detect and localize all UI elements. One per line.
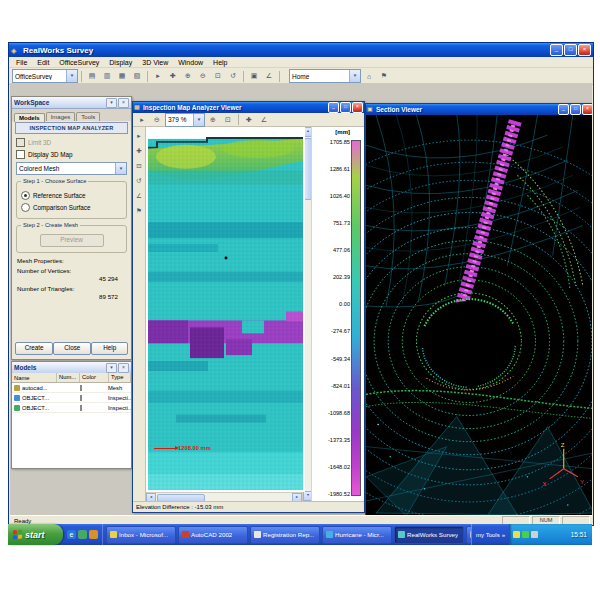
column-name[interactable]: Name	[12, 373, 57, 382]
zoom-out-icon[interactable]: ⊖	[196, 69, 210, 83]
pan-icon[interactable]: ✚	[166, 69, 180, 83]
measure-icon[interactable]: ∠	[257, 113, 271, 127]
minimize-icon[interactable]: _	[550, 44, 563, 56]
zoom-in-icon[interactable]: ⊕	[206, 113, 220, 127]
comparison-surface-radio[interactable]	[21, 203, 30, 212]
save-icon[interactable]: ▥	[100, 69, 114, 83]
menu-display[interactable]: Display	[104, 59, 137, 66]
grid-icon[interactable]: ▦	[115, 69, 129, 83]
rotate-icon[interactable]: ↺	[133, 174, 146, 187]
select-icon[interactable]: ▸	[151, 69, 165, 83]
measure-icon[interactable]: ∠	[133, 189, 146, 202]
reference-surface-row: Reference Surface	[21, 191, 122, 200]
zoom-in-icon[interactable]: ⊕	[181, 69, 195, 83]
task-button-registration[interactable]: Registration Rep...	[250, 526, 320, 544]
zoom-fit-icon[interactable]: ⊡	[221, 113, 235, 127]
app-icon: ◈	[11, 46, 20, 55]
overflow-icon[interactable]: »	[502, 532, 505, 538]
close-button[interactable]: Close	[53, 342, 91, 355]
reference-surface-radio[interactable]	[21, 191, 30, 200]
help-button[interactable]: Help	[91, 342, 128, 355]
close-icon[interactable]: ×	[118, 363, 129, 373]
layers-icon[interactable]: ▧	[130, 69, 144, 83]
minimize-icon[interactable]: _	[328, 102, 339, 113]
open-icon[interactable]: ▤	[85, 69, 99, 83]
screenshot-canvas: ◈ RealWorks Survey _ □ × File Edit Offic…	[0, 0, 600, 600]
model-name: autocad...	[22, 385, 47, 391]
menu-officesurvey[interactable]: OfficeSurvey	[54, 59, 104, 66]
mail-icon[interactable]	[89, 530, 98, 539]
browser-icon[interactable]: e	[67, 530, 76, 539]
flag-icon[interactable]: ⚑	[377, 69, 391, 83]
column-color[interactable]: Color	[80, 373, 109, 382]
menu-file[interactable]: File	[11, 59, 32, 66]
horizontal-scrollbar[interactable]: ◄ ►	[146, 492, 302, 501]
pan-icon[interactable]: ✚	[242, 113, 256, 127]
preview-button[interactable]: Preview	[40, 234, 104, 247]
zoom-combo[interactable]: 379 % ▼	[165, 113, 205, 127]
chevron-down-icon[interactable]: ▼	[349, 70, 360, 82]
table-row[interactable]: OBJECT... Inspecti...	[12, 393, 131, 403]
chevron-down-icon[interactable]: ▼	[66, 70, 77, 82]
zoom-out-icon[interactable]: ⊖	[150, 113, 164, 127]
step1-title: Step 1 - Choose Surface	[21, 178, 88, 184]
chevron-down-icon[interactable]: ▼	[115, 163, 126, 174]
minimize-icon[interactable]: _	[558, 104, 569, 115]
section-3d-canvas[interactable]: Z X Y	[366, 115, 592, 515]
close-icon[interactable]: ×	[352, 102, 363, 113]
create-button[interactable]: Create	[15, 342, 53, 355]
camera-icon[interactable]: ▣	[247, 69, 261, 83]
view-combo[interactable]: Home ▼	[289, 69, 361, 83]
inspection-map-canvas[interactable]: 1208.00 mm	[146, 127, 305, 492]
maximize-icon[interactable]: □	[340, 102, 351, 113]
task-button-autocad[interactable]: AutoCAD 2002	[178, 526, 248, 544]
tray-status-icon[interactable]	[513, 531, 520, 538]
tray-volume-icon[interactable]	[531, 531, 538, 538]
maximize-icon[interactable]: □	[570, 104, 581, 115]
menu-3dview[interactable]: 3D View	[137, 59, 173, 66]
task-label: RealWorks Survey	[407, 531, 458, 538]
task-button-hurricane[interactable]: Hurricane - Micr...	[322, 526, 392, 544]
task-label: Inbox - Microsof...	[119, 531, 168, 538]
select-icon[interactable]: ▸	[135, 113, 149, 127]
display-3d-map-checkbox[interactable]	[16, 150, 25, 159]
menu-edit[interactable]: Edit	[32, 59, 54, 66]
close-icon[interactable]: ×	[118, 98, 129, 108]
maximize-icon[interactable]: □	[564, 44, 577, 56]
home-icon[interactable]: ⌂	[362, 69, 376, 83]
mytools-toolbar[interactable]: my Tools »	[471, 524, 509, 545]
close-icon[interactable]: ×	[582, 104, 592, 115]
pan-icon[interactable]: ✚	[133, 144, 146, 157]
table-row[interactable]: autocad... Mesh	[12, 383, 131, 393]
measure-icon[interactable]: ∠	[262, 69, 276, 83]
pin-icon[interactable]: ▾	[106, 363, 117, 373]
map-analyzer-titlebar[interactable]: ▦ Inspection Map Analyzer Viewer _ □ ×	[133, 102, 364, 113]
mail-icon	[110, 531, 117, 538]
menu-help[interactable]: Help	[208, 59, 232, 66]
scale-tick: 1705.85	[312, 139, 350, 145]
rotate-icon[interactable]: ↺	[226, 69, 240, 83]
menu-window[interactable]: Window	[173, 59, 208, 66]
section-viewer-titlebar[interactable]: ▣ Section Viewer _ □ ×	[366, 104, 592, 115]
app-titlebar[interactable]: ◈ RealWorks Survey _ □ ×	[9, 43, 593, 57]
mesh-mode-dropdown[interactable]: Colored Mesh ▼	[16, 162, 127, 175]
cursor-point	[225, 256, 228, 259]
task-button-realworks[interactable]: RealWorks Survey	[394, 526, 464, 544]
tray-network-icon[interactable]	[522, 531, 529, 538]
limit-3d-checkbox[interactable]	[16, 138, 25, 147]
chevron-down-icon[interactable]: ▼	[193, 114, 204, 126]
flag-icon[interactable]: ⚑	[133, 204, 146, 217]
mode-combo[interactable]: OfficeSurvey ▼	[12, 69, 78, 83]
zoom-fit-icon[interactable]: ⊡	[133, 159, 146, 172]
select-icon[interactable]: ▸	[133, 129, 146, 142]
table-row[interactable]: OBJECT... Inspecti...	[12, 403, 131, 413]
zoom-fit-icon[interactable]: ⊡	[211, 69, 225, 83]
column-type[interactable]: Type	[109, 373, 131, 382]
desktop-icon[interactable]	[78, 530, 87, 539]
column-num[interactable]: Num...	[57, 373, 80, 382]
close-icon[interactable]: ×	[578, 44, 591, 56]
workspace-panel-header[interactable]: WorkSpace ▾ ×	[12, 97, 131, 109]
pin-icon[interactable]: ▾	[106, 98, 117, 108]
start-button[interactable]: start	[8, 524, 63, 545]
task-button-inbox[interactable]: Inbox - Microsof...	[106, 526, 176, 544]
